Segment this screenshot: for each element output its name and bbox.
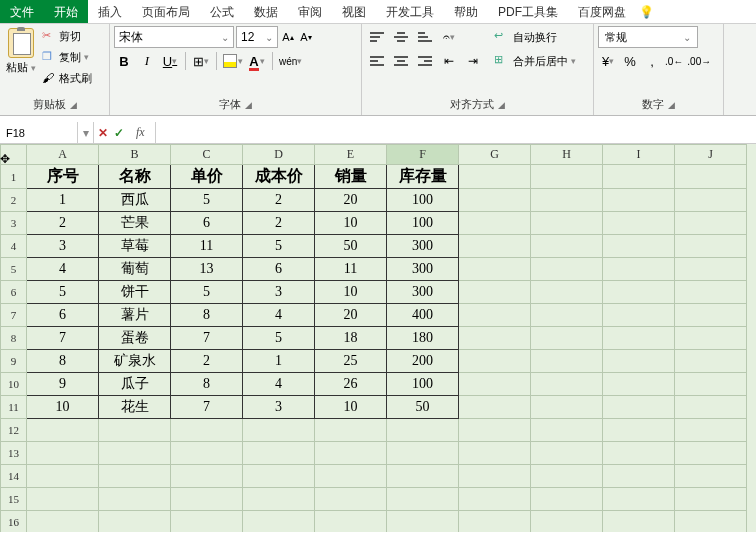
cell[interactable] — [531, 350, 603, 373]
select-all-corner[interactable] — [1, 145, 27, 165]
row-header[interactable]: 11 — [1, 396, 27, 419]
row-header[interactable]: 9 — [1, 350, 27, 373]
row-header[interactable]: 14 — [1, 465, 27, 488]
formula-cancel-button[interactable]: ✕ — [98, 126, 108, 140]
font-size-select[interactable]: 12 — [236, 26, 278, 48]
cell[interactable]: 葡萄 — [99, 258, 171, 281]
col-header[interactable]: I — [603, 145, 675, 165]
cell[interactable]: 7 — [171, 396, 243, 419]
menu-insert[interactable]: 插入 — [88, 0, 132, 23]
cell[interactable]: 草莓 — [99, 235, 171, 258]
row-header[interactable]: 2 — [1, 189, 27, 212]
menu-formula[interactable]: 公式 — [200, 0, 244, 23]
cell[interactable]: 2 — [243, 189, 315, 212]
cell[interactable]: 11 — [315, 258, 387, 281]
cell[interactable]: 5 — [171, 189, 243, 212]
cell[interactable]: 3 — [243, 396, 315, 419]
cell[interactable] — [243, 511, 315, 533]
col-header[interactable]: D — [243, 145, 315, 165]
cell[interactable] — [603, 304, 675, 327]
cell[interactable] — [531, 511, 603, 533]
cell[interactable] — [603, 396, 675, 419]
name-box[interactable]: F18 — [0, 122, 78, 143]
cell[interactable] — [459, 419, 531, 442]
cell[interactable]: 4 — [243, 373, 315, 396]
align-middle-button[interactable] — [390, 26, 412, 48]
cell[interactable]: 1 — [243, 350, 315, 373]
cell[interactable] — [315, 419, 387, 442]
cell[interactable]: 4 — [27, 258, 99, 281]
percent-button[interactable]: % — [620, 50, 640, 72]
cell[interactable]: 名称 — [99, 165, 171, 189]
underline-button[interactable]: U — [160, 50, 180, 72]
cell[interactable]: 26 — [315, 373, 387, 396]
menu-data[interactable]: 数据 — [244, 0, 288, 23]
cell[interactable] — [243, 442, 315, 465]
row-header[interactable]: 13 — [1, 442, 27, 465]
cell[interactable] — [27, 465, 99, 488]
clipboard-launcher-icon[interactable]: ◢ — [70, 100, 77, 110]
format-painter-button[interactable]: 格式刷 — [42, 68, 92, 88]
fx-icon[interactable]: fx — [130, 125, 151, 140]
number-launcher-icon[interactable]: ◢ — [668, 100, 675, 110]
cell[interactable] — [243, 465, 315, 488]
cell[interactable] — [171, 488, 243, 511]
cell[interactable]: 400 — [387, 304, 459, 327]
paste-button[interactable]: 粘贴 — [4, 26, 38, 88]
cell[interactable]: 11 — [171, 235, 243, 258]
row-header[interactable]: 3 — [1, 212, 27, 235]
cell[interactable]: 薯片 — [99, 304, 171, 327]
comma-button[interactable]: , — [642, 50, 662, 72]
fill-color-button[interactable] — [222, 50, 244, 72]
indent-increase-button[interactable]: ⇥ — [462, 50, 484, 72]
cell[interactable] — [315, 488, 387, 511]
cell[interactable] — [603, 465, 675, 488]
cell[interactable] — [675, 327, 747, 350]
cell[interactable] — [531, 419, 603, 442]
cell[interactable] — [387, 442, 459, 465]
cell[interactable]: 5 — [243, 235, 315, 258]
cell[interactable]: 7 — [171, 327, 243, 350]
cell[interactable] — [531, 258, 603, 281]
cell[interactable]: 2 — [27, 212, 99, 235]
formula-accept-button[interactable]: ✓ — [114, 126, 124, 140]
cut-button[interactable]: 剪切 — [42, 26, 92, 46]
cell[interactable] — [27, 419, 99, 442]
name-box-dropdown[interactable]: ▾ — [78, 122, 94, 143]
cell[interactable] — [675, 511, 747, 533]
currency-button[interactable]: ¥ — [598, 50, 618, 72]
cell[interactable] — [675, 258, 747, 281]
cell[interactable]: 5 — [27, 281, 99, 304]
cell[interactable] — [531, 304, 603, 327]
row-header[interactable]: 5 — [1, 258, 27, 281]
bold-button[interactable]: B — [114, 50, 134, 72]
cell[interactable]: 库存量 — [387, 165, 459, 189]
menu-review[interactable]: 审阅 — [288, 0, 332, 23]
cell[interactable] — [243, 488, 315, 511]
align-bottom-button[interactable] — [414, 26, 436, 48]
menu-layout[interactable]: 页面布局 — [132, 0, 200, 23]
increase-decimal-button[interactable]: .0← — [664, 50, 684, 72]
cell[interactable] — [27, 442, 99, 465]
cell[interactable] — [603, 165, 675, 189]
cell[interactable] — [675, 281, 747, 304]
cell[interactable] — [99, 488, 171, 511]
cell[interactable]: 7 — [27, 327, 99, 350]
number-format-select[interactable]: 常规 — [598, 26, 698, 48]
orientation-button[interactable]: 𝄐 — [438, 26, 460, 48]
cell[interactable] — [675, 304, 747, 327]
cell[interactable] — [675, 442, 747, 465]
cell[interactable]: 50 — [315, 235, 387, 258]
row-header[interactable]: 7 — [1, 304, 27, 327]
row-header[interactable]: 10 — [1, 373, 27, 396]
cell[interactable]: 9 — [27, 373, 99, 396]
cell[interactable] — [531, 327, 603, 350]
cell[interactable] — [459, 488, 531, 511]
cell[interactable]: 6 — [243, 258, 315, 281]
cell[interactable] — [675, 373, 747, 396]
col-header[interactable]: F — [387, 145, 459, 165]
row-header[interactable]: 15 — [1, 488, 27, 511]
cell[interactable]: 300 — [387, 235, 459, 258]
row-header[interactable]: 1 — [1, 165, 27, 189]
cell[interactable] — [243, 419, 315, 442]
